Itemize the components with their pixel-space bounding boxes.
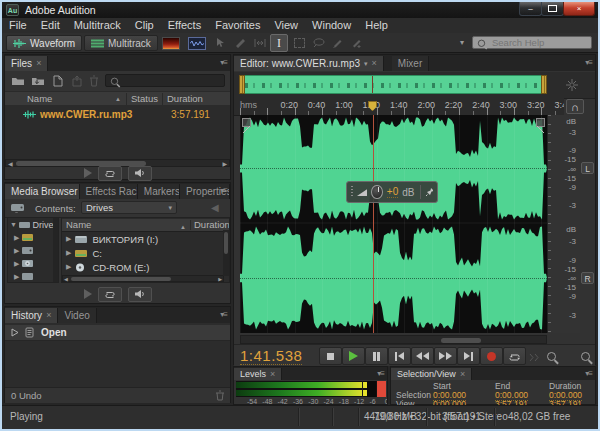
time-selection-tool-icon[interactable]: I bbox=[270, 34, 288, 52]
tree-row[interactable]: ▶ bbox=[8, 231, 58, 244]
volume-hud[interactable]: +0 dB bbox=[346, 181, 438, 203]
media-row[interactable]: ▶ C: bbox=[62, 246, 229, 260]
lasso-tool-icon[interactable] bbox=[311, 35, 326, 50]
navigator-right-handle[interactable] bbox=[541, 75, 547, 94]
hud-grip[interactable] bbox=[351, 186, 353, 198]
history-item-open[interactable]: Open bbox=[5, 325, 230, 341]
editor-scroll-handle[interactable] bbox=[441, 338, 481, 343]
tab-effects-rack[interactable]: Effects Rack bbox=[80, 184, 138, 199]
left-channel-button[interactable]: L bbox=[581, 162, 594, 174]
zoom-navigator[interactable] bbox=[234, 72, 595, 99]
timeline-ruler[interactable]: hms 0:200:401:001:201:402:002:202:403:00… bbox=[234, 98, 564, 116]
menu-multitrack[interactable]: Multitrack bbox=[67, 18, 128, 33]
paintbrush-tool-icon[interactable] bbox=[330, 35, 345, 50]
tree-row[interactable]: ▶ bbox=[8, 244, 58, 257]
search-help-input[interactable] bbox=[490, 36, 588, 49]
clip-indicator[interactable] bbox=[376, 381, 386, 397]
files-search-box[interactable] bbox=[105, 74, 225, 87]
menu-favorites[interactable]: Favorites bbox=[208, 18, 267, 33]
play-button[interactable] bbox=[342, 347, 365, 365]
tab-video[interactable]: Video bbox=[58, 308, 96, 323]
fast-forward-button[interactable] bbox=[434, 347, 457, 365]
col-status[interactable]: Status bbox=[131, 92, 158, 106]
media-panel-menu-icon[interactable]: ▾≡ bbox=[220, 186, 227, 195]
zoom-out-button[interactable] bbox=[580, 350, 593, 363]
snap-toggle-button[interactable]: ∩ bbox=[566, 99, 584, 114]
tab-history-close-icon[interactable]: × bbox=[46, 311, 51, 320]
editor-hscrollbar[interactable] bbox=[240, 335, 547, 344]
export-file-icon[interactable] bbox=[71, 75, 83, 87]
selview-panel-menu-icon[interactable]: ▾≡ bbox=[585, 369, 592, 378]
go-to-end-button[interactable] bbox=[457, 347, 480, 365]
tree-root-row[interactable]: ▼ Drives bbox=[8, 218, 58, 231]
tab-markers[interactable]: Markers bbox=[138, 184, 180, 199]
menu-clip[interactable]: Clip bbox=[128, 18, 161, 33]
tree-vscrollbar[interactable] bbox=[53, 218, 58, 282]
scroll-handle[interactable] bbox=[16, 161, 146, 166]
media-row[interactable]: ▶ CD-ROM (E:) bbox=[62, 260, 229, 274]
pin-hud-icon[interactable] bbox=[425, 187, 433, 197]
menu-window[interactable]: Window bbox=[305, 18, 358, 33]
media-back-arrow-icon[interactable]: ◀ bbox=[211, 202, 219, 213]
menu-help[interactable]: Help bbox=[358, 18, 395, 33]
history-trash-icon[interactable] bbox=[215, 390, 225, 401]
scroll-handle[interactable] bbox=[71, 277, 171, 281]
tab-editor[interactable]: Editor: www.CWER.ru.mp3 ▾ × bbox=[234, 56, 384, 71]
tab-levels[interactable]: Levels × bbox=[234, 368, 282, 380]
maximize-button[interactable] bbox=[541, 2, 564, 16]
tab-history[interactable]: History × bbox=[5, 308, 58, 323]
media-autoplay-speaker-icon[interactable] bbox=[128, 287, 152, 302]
scroll-right-icon[interactable]: ▶ bbox=[218, 276, 222, 282]
tab-levels-close-icon[interactable]: × bbox=[270, 370, 275, 379]
menu-edit[interactable]: Edit bbox=[34, 18, 67, 33]
media-row[interactable]: ▶ ВИКТОРИЯ (I:) bbox=[62, 232, 229, 246]
move-tool-icon[interactable] bbox=[214, 35, 229, 50]
spectral-display-icon[interactable] bbox=[162, 37, 180, 50]
col-name[interactable]: Name bbox=[27, 92, 52, 106]
files-autoplay-speaker-icon[interactable] bbox=[128, 166, 152, 181]
open-file-icon[interactable] bbox=[11, 76, 25, 86]
fade-in-handle[interactable] bbox=[242, 118, 251, 127]
tree-expand-icon[interactable]: ▼ bbox=[10, 221, 17, 228]
menu-file[interactable]: File bbox=[2, 18, 34, 33]
tab-selview-close-icon[interactable]: × bbox=[460, 370, 465, 379]
drive-select-icon[interactable] bbox=[11, 203, 26, 213]
files-play-icon[interactable] bbox=[84, 168, 92, 178]
record-button[interactable] bbox=[480, 347, 503, 365]
navigator-settings-icon[interactable] bbox=[566, 79, 578, 91]
new-file-icon[interactable] bbox=[53, 75, 63, 87]
tab-media-browser[interactable]: Media Browser × bbox=[5, 184, 80, 199]
tab-files[interactable]: Files × bbox=[5, 56, 48, 71]
contents-dropdown[interactable]: Drives ▾ bbox=[81, 201, 177, 214]
tab-files-close-icon[interactable]: × bbox=[36, 59, 41, 68]
col-duration[interactable]: Duration bbox=[167, 92, 203, 106]
history-panel-menu-icon[interactable]: ▾≡ bbox=[220, 310, 227, 319]
multitrack-view-button[interactable]: Multitrack bbox=[84, 35, 158, 51]
trash-icon[interactable] bbox=[89, 75, 99, 87]
go-to-start-button[interactable] bbox=[388, 347, 411, 365]
scroll-left-icon[interactable]: ◀ bbox=[8, 160, 13, 167]
waveform-display-icon[interactable] bbox=[188, 37, 206, 50]
import-file-icon[interactable] bbox=[31, 76, 45, 86]
media-hscrollbar[interactable]: ◀ ▶ bbox=[62, 275, 224, 282]
stop-button[interactable] bbox=[319, 347, 342, 365]
tab-mixer[interactable]: Mixer bbox=[392, 56, 429, 71]
search-help-box[interactable] bbox=[472, 36, 592, 49]
skip-selection-button[interactable] bbox=[528, 349, 541, 367]
editor-tab-chevron-icon[interactable]: ▾ bbox=[364, 56, 368, 71]
media-loop-icon[interactable] bbox=[98, 287, 122, 302]
tab-selection-view[interactable]: Selection/View × bbox=[391, 368, 472, 380]
gain-knob[interactable] bbox=[371, 185, 382, 199]
media-list-header[interactable]: Name ▲ Duration bbox=[62, 218, 229, 232]
levels-panel-menu-icon[interactable]: ▾≡ bbox=[377, 369, 384, 378]
tree-row[interactable]: ▶ bbox=[8, 270, 58, 283]
playhead-line[interactable] bbox=[373, 115, 374, 333]
tab-editor-close-icon[interactable]: × bbox=[372, 59, 377, 68]
fade-envelope-icon[interactable] bbox=[357, 187, 367, 197]
files-search-input[interactable] bbox=[120, 75, 221, 87]
close-button[interactable]: × bbox=[563, 2, 595, 16]
media-col-name[interactable]: Name bbox=[66, 219, 91, 231]
waveform-display[interactable]: +0 dB bbox=[240, 115, 547, 333]
right-channel-button[interactable]: R bbox=[581, 272, 594, 284]
fade-out-handle[interactable] bbox=[536, 118, 545, 127]
